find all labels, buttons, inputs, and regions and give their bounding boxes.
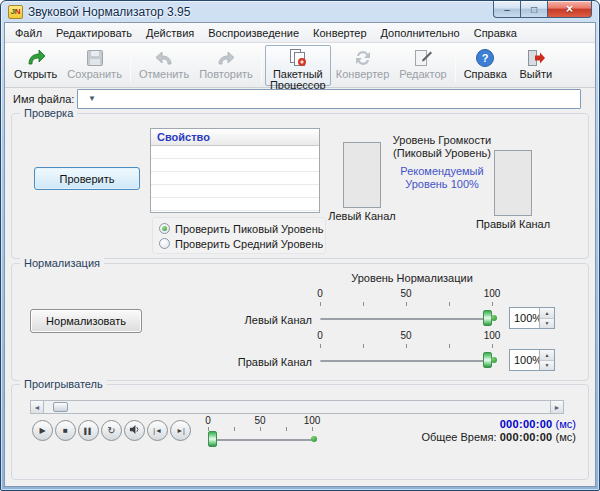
menu-playback[interactable]: Воспроизведение — [201, 24, 306, 42]
radio-peak-level[interactable]: Проверить Пиковый Уровень — [159, 221, 325, 236]
play-icon: ▶ — [39, 427, 45, 435]
exit-button[interactable]: Выйти — [512, 45, 560, 86]
app-window: JN Звуковой Нормализатор 3.95 – □ × Файл… — [0, 0, 600, 491]
volume-slider[interactable]: 0 50 100 — [208, 415, 312, 453]
right-channel-label: Правый Канал — [475, 218, 551, 230]
minimize-button[interactable]: – — [493, 1, 521, 18]
help-icon: ? — [474, 47, 496, 69]
converter-button[interactable]: Конвертер — [331, 45, 394, 86]
toolbar: Открыть Сохранить Отменить Повторить Пак… — [5, 43, 595, 88]
loop-button[interactable]: ↻ — [101, 420, 122, 441]
seek-left-button[interactable]: ◄ — [31, 401, 44, 413]
menu-edit[interactable]: Редактировать — [49, 24, 139, 42]
properties-table[interactable]: Свойство — [150, 128, 320, 213]
save-button[interactable]: Сохранить — [62, 45, 127, 86]
undo-icon — [153, 47, 175, 69]
menu-file[interactable]: Файл — [8, 24, 49, 42]
title-bar[interactable]: JN Звуковой Нормализатор 3.95 – □ × — [1, 1, 599, 23]
redo-button[interactable]: Повторить — [194, 45, 258, 86]
previous-button[interactable]: |◄ — [147, 420, 168, 441]
editor-icon — [412, 47, 434, 69]
batch-processor-button[interactable]: Пакетный Процессор — [265, 45, 331, 86]
tick-label: 50 — [400, 330, 411, 341]
left-channel-label: Левый Канал — [324, 210, 400, 222]
total-time-label: Общее Время: — [421, 431, 496, 443]
check-group: Проверка Проверить Свойство Проверить Пи… — [11, 113, 589, 259]
tick-label: 50 — [254, 415, 265, 426]
editor-button[interactable]: Редактор — [394, 45, 451, 86]
slider-end-dot — [491, 357, 497, 363]
spin-up-button[interactable]: ▲ — [540, 308, 554, 319]
normalization-level-title: Уровень Нормализации — [302, 272, 522, 284]
left-level-spinner[interactable]: 100% ▲ ▼ — [509, 307, 555, 329]
slider-track[interactable] — [208, 439, 312, 441]
table-row — [151, 198, 319, 211]
close-button[interactable]: × — [548, 1, 592, 18]
app-icon: JN — [8, 5, 23, 19]
menu-extra[interactable]: Дополнительно — [374, 24, 467, 42]
undo-button[interactable]: Отменить — [134, 45, 194, 86]
spinner-buttons: ▲ ▼ — [539, 350, 554, 370]
left-channel-slider-label: Левый Канал — [216, 314, 312, 326]
help-button[interactable]: ? Справка — [459, 45, 512, 86]
close-icon: × — [566, 2, 573, 16]
total-time: Общее Время: 000:00:00 (мс) — [421, 431, 576, 443]
tick-marks — [320, 344, 492, 348]
toolbar-separator — [261, 48, 262, 82]
spin-down-button[interactable]: ▼ — [540, 319, 554, 329]
menu-actions[interactable]: Действия — [139, 24, 201, 42]
tick-marks — [208, 427, 312, 431]
normalize-button[interactable]: Нормализовать — [30, 309, 142, 333]
pause-icon: ▌▌ — [84, 428, 93, 434]
slider-thumb[interactable] — [208, 431, 217, 447]
maximize-button[interactable]: □ — [521, 1, 548, 18]
spinner-buttons: ▲ ▼ — [539, 308, 554, 328]
volume-level-title: Уровень Громкости (Пиковый Уровень) — [380, 134, 504, 160]
slider-end-dot — [491, 315, 497, 321]
stop-icon: ■ — [63, 427, 68, 435]
radio-average-level[interactable]: Проверить Средний Уровень — [159, 236, 325, 251]
toolbar-separator — [130, 48, 131, 82]
player-group: Проигрыватель ◄ ► ▶ ■ ▌▌ ↻ |◄ ►| 0 50 10… — [11, 384, 589, 480]
spin-up-button[interactable]: ▲ — [540, 350, 554, 361]
check-button[interactable]: Проверить — [34, 167, 140, 190]
check-mode-panel: Проверить Пиковый Уровень Проверить Сред… — [152, 217, 326, 254]
open-button[interactable]: Открыть — [9, 45, 62, 86]
normalization-group: Нормализация Нормализовать Уровень Норма… — [11, 263, 589, 381]
caption-buttons: – □ × — [493, 1, 592, 18]
radio-button-icon — [159, 223, 170, 234]
seek-bar[interactable]: ◄ ► — [30, 400, 564, 414]
volume-button[interactable] — [124, 420, 145, 441]
player-buttons: ▶ ■ ▌▌ ↻ |◄ ►| — [32, 420, 191, 441]
radio-button-icon — [159, 238, 170, 249]
tick-label: 0 — [205, 415, 211, 426]
seek-thumb[interactable] — [53, 402, 68, 412]
tick-label: 0 — [317, 330, 323, 341]
slider-end-dot — [311, 436, 317, 442]
spin-down-button[interactable]: ▼ — [540, 361, 554, 371]
play-button[interactable]: ▶ — [32, 420, 53, 441]
dropdown-arrow-icon[interactable]: ▼ — [88, 94, 96, 103]
speaker-icon — [129, 424, 140, 437]
current-time-value: 000:00:00 — [500, 418, 553, 430]
seek-right-button[interactable]: ► — [550, 401, 563, 413]
recommended-level-text: Рекомендуемый Уровень 100% — [380, 165, 504, 191]
tick-label: 0 — [317, 288, 323, 299]
current-time-unit: (мс) — [556, 418, 576, 430]
next-button[interactable]: ►| — [170, 420, 191, 441]
current-time: 000:00:00 (мс) — [500, 418, 576, 430]
open-icon — [25, 47, 47, 69]
converter-icon — [352, 47, 374, 69]
right-level-spinner[interactable]: 100% ▲ ▼ — [509, 349, 555, 371]
pause-button[interactable]: ▌▌ — [78, 420, 99, 441]
slider-track[interactable] — [320, 318, 492, 320]
stop-button[interactable]: ■ — [55, 420, 76, 441]
menu-help[interactable]: Справка — [467, 24, 524, 42]
left-channel-meter — [343, 142, 381, 208]
right-channel-slider[interactable]: 0 50 100 — [320, 330, 492, 374]
left-channel-slider[interactable]: 0 50 100 — [320, 288, 492, 332]
menu-converter[interactable]: Конвертер — [306, 24, 373, 42]
previous-icon: |◄ — [153, 427, 162, 434]
slider-track[interactable] — [320, 360, 492, 362]
filename-combobox[interactable]: ▼ — [77, 89, 581, 109]
